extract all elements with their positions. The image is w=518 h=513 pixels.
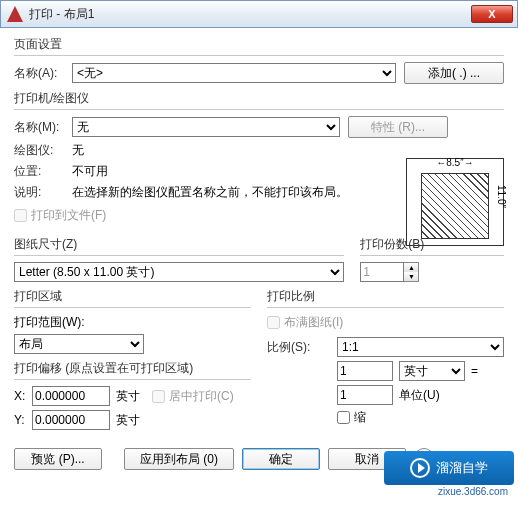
equals-label: = — [471, 364, 478, 378]
plotter-value: 无 — [72, 142, 84, 159]
offset-x-unit: 英寸 — [116, 388, 152, 405]
center-label: 居中打印(C) — [169, 388, 234, 405]
description-label: 说明: — [14, 184, 72, 201]
copies-spinner[interactable]: ▲ ▼ — [360, 262, 419, 282]
page-setup-add-button[interactable]: 添加( .) ... — [404, 62, 504, 84]
printer-group: 打印机/绘图仪 名称(M): 无 特性 (R)... ←8.5″→ 11.0″ … — [14, 90, 504, 230]
play-icon — [410, 458, 430, 478]
scale-lineweight-checkbox[interactable] — [337, 411, 350, 424]
scale-denominator-input[interactable] — [337, 385, 393, 405]
center-checkbox — [152, 390, 165, 403]
offset-group: 打印偏移 (原点设置在可打印区域) X: 英寸 居中打印(C) Y: 英寸 — [14, 360, 251, 430]
scale-unit-label: 单位(U) — [399, 387, 465, 404]
offset-x-input[interactable] — [32, 386, 110, 406]
print-range-label: 打印范围(W): — [14, 314, 251, 331]
printer-group-title: 打印机/绘图仪 — [14, 90, 504, 107]
scale-group: 打印比例 布满图纸(I) 比例(S): 1:1 英 — [267, 288, 504, 426]
print-range-select[interactable]: 布局 — [14, 334, 144, 354]
spinner-up-icon: ▲ — [404, 263, 418, 272]
print-area-title: 打印区域 — [14, 288, 251, 305]
offset-title: 打印偏移 (原点设置在可打印区域) — [14, 360, 251, 377]
print-area-group: 打印区域 打印范围(W): 布局 — [14, 288, 251, 354]
watermark: 溜溜自学 — [384, 451, 514, 485]
offset-y-input[interactable] — [32, 410, 110, 430]
copies-title: 打印份数(B) — [360, 236, 504, 253]
app-icon — [7, 6, 23, 22]
scale-select[interactable]: 1:1 — [337, 337, 504, 357]
offset-y-label: Y: — [14, 413, 32, 427]
paper-size-title: 图纸尺寸(Z) — [14, 236, 344, 253]
apply-to-layout-button[interactable]: 应用到布局 (0) — [124, 448, 234, 470]
fit-to-paper-checkbox — [267, 316, 280, 329]
printer-name-label: 名称(M): — [14, 119, 72, 136]
paper-sheet-icon — [421, 173, 489, 239]
scale-lineweight-label: 缩 — [354, 409, 366, 426]
ok-button[interactable]: 确定 — [242, 448, 320, 470]
preview-button[interactable]: 预览 (P)... — [14, 448, 102, 470]
offset-y-unit: 英寸 — [116, 412, 152, 429]
fit-to-paper-label: 布满图纸(I) — [284, 314, 343, 331]
plotter-label: 绘图仪: — [14, 142, 72, 159]
paper-width-label: ←8.5″→ — [407, 157, 503, 168]
close-button[interactable]: X — [471, 5, 513, 23]
paper-size-group: 图纸尺寸(Z) Letter (8.50 x 11.00 英寸) — [14, 236, 344, 282]
page-setup-name-label: 名称(A): — [14, 65, 72, 82]
scale-label: 比例(S): — [267, 339, 337, 356]
paper-size-select[interactable]: Letter (8.50 x 11.00 英寸) — [14, 262, 344, 282]
page-setup-name-select[interactable]: <无> — [72, 63, 396, 83]
location-value: 不可用 — [72, 163, 108, 180]
offset-x-label: X: — [14, 389, 32, 403]
print-to-file-label: 打印到文件(F) — [31, 207, 106, 224]
location-label: 位置: — [14, 163, 72, 180]
description-value: 在选择新的绘图仪配置名称之前，不能打印该布局。 — [72, 184, 362, 201]
paper-preview: ←8.5″→ 11.0″ — [406, 158, 504, 246]
copies-input — [360, 262, 404, 282]
printer-name-select[interactable]: 无 — [72, 117, 340, 137]
watermark-text: 溜溜自学 — [436, 459, 488, 477]
window-title: 打印 - 布局1 — [29, 6, 471, 23]
paper-height-label: 11.0″ — [496, 185, 507, 208]
print-to-file-checkbox — [14, 209, 27, 222]
spinner-arrows: ▲ ▼ — [404, 262, 419, 282]
spinner-down-icon: ▼ — [404, 272, 418, 281]
scale-numerator-input[interactable] — [337, 361, 393, 381]
title-bar: 打印 - 布局1 X — [0, 0, 518, 28]
scale-group-title: 打印比例 — [267, 288, 504, 305]
scale-unit-select[interactable]: 英寸 — [399, 361, 465, 381]
page-setup-group: 页面设置 名称(A): <无> 添加( .) ... — [14, 36, 504, 84]
printer-properties-button: 特性 (R)... — [348, 116, 448, 138]
copies-group: 打印份数(B) ▲ ▼ — [360, 236, 504, 282]
page-setup-title: 页面设置 — [14, 36, 504, 53]
watermark-url: zixue.3d66.com — [438, 486, 508, 497]
